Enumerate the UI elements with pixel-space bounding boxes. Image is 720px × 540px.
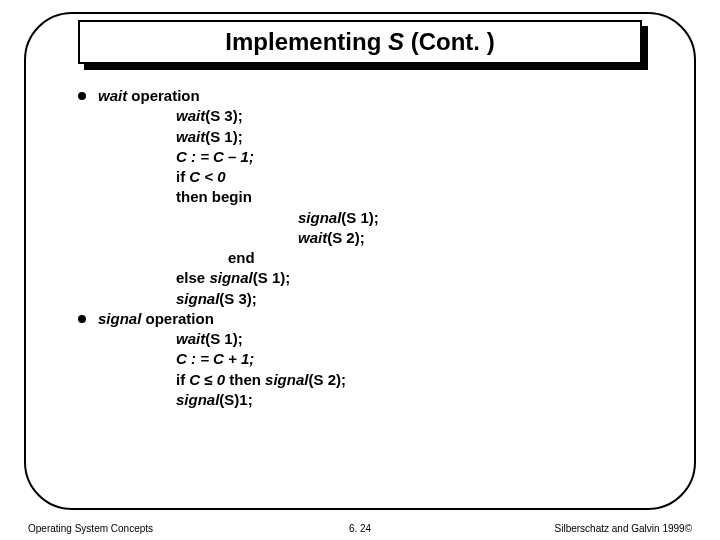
wait-line-7: wait(S 2); — [98, 228, 379, 248]
wait-heading-rest: operation — [127, 87, 200, 104]
code-text: signal — [176, 290, 219, 307]
code-text: if — [176, 371, 189, 388]
bullet-wait: wait operation wait(S 3); wait(S 1); C :… — [78, 86, 658, 309]
bullet-icon — [78, 92, 86, 100]
code-text: C — [189, 371, 204, 388]
signal-heading-rest: operation — [141, 310, 214, 327]
title-post: (Cont. ) — [404, 28, 495, 55]
code-text: signal — [298, 209, 341, 226]
wait-heading-italic: wait — [98, 87, 127, 104]
wait-line-2: wait(S 1); — [98, 127, 379, 147]
signal-line-4: signal(S)1; — [98, 390, 346, 410]
signal-block: signal operation wait(S 1); C : = C + 1;… — [98, 309, 346, 410]
code-text: signal — [209, 269, 252, 286]
title-pre: Implementing — [225, 28, 388, 55]
bullet-signal: signal operation wait(S 1); C : = C + 1;… — [78, 309, 658, 410]
signal-heading: signal operation — [98, 309, 346, 329]
code-text: then — [229, 371, 265, 388]
wait-line-3: C : = C – 1; — [98, 147, 379, 167]
code-text: end — [228, 249, 255, 266]
wait-line-9: else signal(S 1); — [98, 268, 379, 288]
footer-right: Silberschatz and Galvin 1999© — [555, 523, 692, 534]
code-text: wait — [176, 107, 205, 124]
signal-line-3: if C ≤ 0 then signal(S 2); — [98, 370, 346, 390]
code-text: wait — [176, 330, 205, 347]
code-text: (S 3); — [205, 107, 243, 124]
code-text: wait — [298, 229, 327, 246]
title-italic: S — [388, 28, 404, 55]
wait-line-1: wait(S 3); — [98, 106, 379, 126]
wait-block: wait operation wait(S 3); wait(S 1); C :… — [98, 86, 379, 309]
wait-line-4: if C < 0 — [98, 167, 379, 187]
code-text: (S 1); — [341, 209, 379, 226]
code-text: if — [176, 168, 189, 185]
copyright-icon: © — [685, 523, 692, 534]
code-text: wait — [176, 128, 205, 145]
title-container: Implementing S (Cont. ) — [78, 20, 642, 64]
code-text: (S 2); — [327, 229, 365, 246]
footer-right-text: Silberschatz and Galvin 1999 — [555, 523, 685, 534]
code-text: C < 0 — [189, 168, 225, 185]
content-area: wait operation wait(S 3); wait(S 1); C :… — [78, 86, 658, 410]
wait-line-10: signal(S 3); — [98, 289, 379, 309]
code-text: signal — [265, 371, 308, 388]
code-text: C : = C + 1; — [176, 350, 254, 367]
code-text: (S 3); — [219, 290, 257, 307]
wait-line-5: then begin — [98, 187, 379, 207]
wait-line-6: signal(S 1); — [98, 208, 379, 228]
code-text: (S 1); — [205, 330, 243, 347]
code-text: (S 2); — [308, 371, 346, 388]
code-text: (S 1); — [205, 128, 243, 145]
title-box: Implementing S (Cont. ) — [78, 20, 642, 64]
wait-heading: wait operation — [98, 86, 379, 106]
code-text: (S)1; — [219, 391, 252, 408]
code-text: C : = C – 1; — [176, 148, 254, 165]
code-text: signal — [176, 391, 219, 408]
code-text: 0 — [213, 371, 230, 388]
signal-line-1: wait(S 1); — [98, 329, 346, 349]
code-text: else — [176, 269, 209, 286]
leq-symbol-icon: ≤ — [204, 371, 212, 388]
code-text: then begin — [176, 188, 252, 205]
signal-line-2: C : = C + 1; — [98, 349, 346, 369]
signal-heading-italic: signal — [98, 310, 141, 327]
wait-line-8: end — [98, 248, 379, 268]
code-text: (S 1); — [253, 269, 291, 286]
bullet-icon — [78, 315, 86, 323]
slide: Implementing S (Cont. ) wait operation w… — [0, 0, 720, 540]
slide-title: Implementing S (Cont. ) — [225, 28, 494, 56]
